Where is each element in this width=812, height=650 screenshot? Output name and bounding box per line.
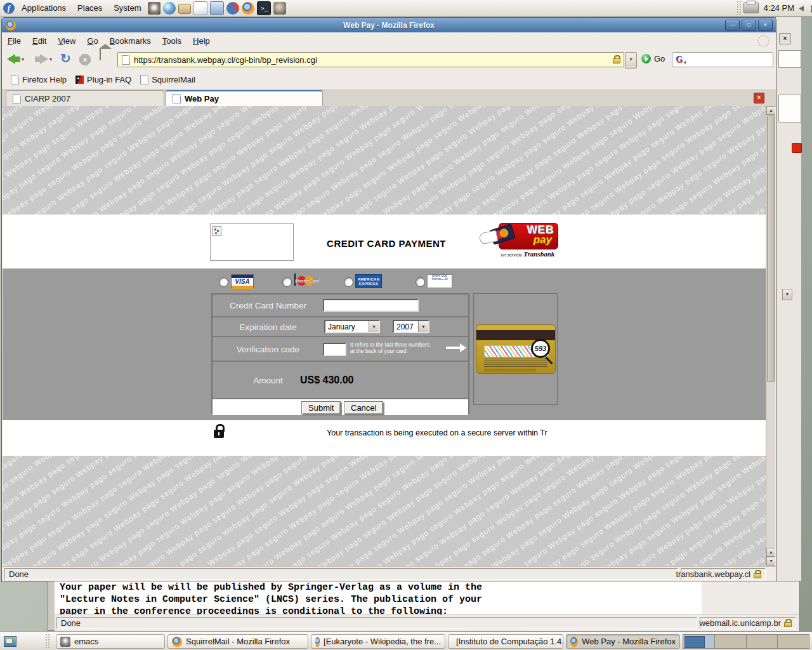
google-icon: G xyxy=(676,55,683,65)
search-input[interactable]: G ▾ xyxy=(672,52,773,67)
amount-value: US$ 430.00 xyxy=(300,375,354,386)
verification-input[interactable] xyxy=(323,343,346,356)
workspace-4[interactable] xyxy=(777,635,809,648)
fragment-close-icon[interactable]: × xyxy=(779,33,791,44)
fragment-scroll-arrow[interactable]: ▼ xyxy=(782,289,792,300)
places-menu[interactable]: Places xyxy=(72,0,108,16)
help-menu[interactable]: Help xyxy=(187,34,216,48)
amex-text-1: AMERICAN xyxy=(356,277,381,282)
bookmarks-menu[interactable]: Bookmarks xyxy=(104,34,157,48)
submit-button[interactable]: Submit xyxy=(301,401,341,415)
firefox-launcher-icon[interactable] xyxy=(242,2,254,15)
terminal-launcher-icon[interactable]: >_ xyxy=(257,1,271,15)
firefox-window-icon xyxy=(6,20,16,30)
paper-line-3: paper in the conference proceedings is c… xyxy=(55,606,702,614)
bookmark-firefox-help[interactable]: Firefox Help xyxy=(11,75,67,84)
web-browser-launcher-icon[interactable] xyxy=(163,2,176,15)
url-text[interactable]: https://transbank.webpay.cl/cgi-bin/bp_r… xyxy=(134,55,613,65)
scroll-up-button[interactable]: ▲ xyxy=(766,106,775,115)
tab-label: CIARP 2007 xyxy=(25,94,70,103)
screenshot-launcher-icon[interactable] xyxy=(210,1,224,15)
menu-bar: File Edit View Go Bookmarks Tools Help xyxy=(2,32,776,49)
workspace-switcher xyxy=(683,634,809,649)
maximize-button[interactable]: □ xyxy=(742,20,756,31)
workspace-2[interactable] xyxy=(714,635,746,648)
gimp-launcher-icon[interactable] xyxy=(273,2,286,15)
watermark-band-bottom: Webpay pago seguro Webpay pago seguro We… xyxy=(3,456,766,566)
tools-menu[interactable]: Tools xyxy=(157,34,187,48)
bottom-taskbar: emacs SquirrelMail - Mozilla Firefox [Eu… xyxy=(0,632,812,650)
webpay-logo-pay-text: pay xyxy=(534,234,552,246)
clock[interactable]: 4:24 PM xyxy=(764,3,794,13)
workspace-1[interactable] xyxy=(683,635,714,648)
stop-button[interactable]: × xyxy=(79,54,91,65)
forward-button[interactable]: ▾ xyxy=(35,54,52,64)
volume-icon[interactable] xyxy=(799,3,812,13)
close-button[interactable]: × xyxy=(758,20,773,31)
task-label: emacs xyxy=(74,637,98,646)
bookmark-plugin-faq[interactable]: Plug-in FAQ xyxy=(75,75,131,84)
minimize-button[interactable]: — xyxy=(725,20,740,31)
documents-launcher-icon[interactable] xyxy=(193,1,207,15)
go-button[interactable]: Go xyxy=(641,54,665,63)
task-instituto[interactable]: [Instituto de Computação 1.4.... xyxy=(448,634,563,649)
title-bar[interactable]: Web Pay - Mozilla Firefox — □ × xyxy=(2,18,776,33)
cancel-button[interactable]: Cancel xyxy=(344,401,383,415)
task-emacs[interactable]: emacs xyxy=(56,634,165,649)
mastercard-radio[interactable] xyxy=(282,277,292,287)
task-squirrelmail[interactable]: SquirrelMail - Mozilla Firefox xyxy=(167,634,308,649)
edit-menu[interactable]: Edit xyxy=(27,34,52,48)
close-tab-button[interactable]: × xyxy=(754,93,764,103)
visa-logo: VISA xyxy=(231,274,254,288)
applications-menu[interactable]: Applications xyxy=(16,0,72,16)
workspace-3[interactable] xyxy=(746,635,778,648)
url-bar[interactable]: https://transbank.webpay.cl/cgi-bin/bp_r… xyxy=(117,52,624,67)
back-button[interactable]: ▾ xyxy=(7,54,24,64)
amex-radio[interactable] xyxy=(344,277,353,287)
visa-radio[interactable] xyxy=(219,277,228,287)
bookmark-squirrelmail[interactable]: SquirrelMail xyxy=(140,75,195,84)
go-icon xyxy=(641,54,651,63)
gnu-launcher-icon[interactable] xyxy=(148,2,160,15)
cc-number-label: Credit Card Number xyxy=(213,301,324,310)
month-select[interactable]: January ▼ xyxy=(324,320,380,333)
fragment-red-icon[interactable] xyxy=(792,143,802,153)
tab-web-pay[interactable]: Web Pay xyxy=(166,90,323,106)
task-webpay[interactable]: Web Pay - Mozilla Firefox xyxy=(566,634,680,649)
status-site-field[interactable]: transbank.webpay.cl xyxy=(681,568,766,580)
file-menu[interactable]: File xyxy=(2,34,27,48)
vertical-scrollbar[interactable]: ▲ ▲ ▼ xyxy=(766,106,775,566)
cc-number-input[interactable] xyxy=(323,299,419,312)
url-dropdown-button[interactable]: ▾ xyxy=(625,52,637,69)
panel-separator xyxy=(737,1,742,15)
scroll-up-button-2[interactable]: ▲ xyxy=(766,548,775,557)
forward-dropdown[interactable]: ▾ xyxy=(49,56,52,62)
firefox-icon xyxy=(570,637,578,647)
show-desktop-button[interactable] xyxy=(2,634,18,649)
diners-radio[interactable] xyxy=(416,277,425,287)
scrollbar-thumb[interactable] xyxy=(767,116,775,382)
cc-number-row: Credit Card Number xyxy=(213,295,468,316)
system-menu[interactable]: System xyxy=(108,0,147,16)
scroll-down-button[interactable]: ▼ xyxy=(766,557,775,566)
task-eukaryote[interactable]: [Eukaryote - Wikipedia, the fre... xyxy=(311,634,445,649)
tab-ciarp-2007[interactable]: CIARP 2007 xyxy=(6,90,164,106)
home-button[interactable] xyxy=(100,48,101,60)
printer-status-icon[interactable] xyxy=(743,3,759,13)
year-select[interactable]: 2007 ▼ xyxy=(393,320,429,333)
reload-button[interactable]: ↻ xyxy=(60,51,71,66)
back-dropdown[interactable]: ▾ xyxy=(22,56,24,62)
view-menu[interactable]: View xyxy=(52,34,81,48)
bookmarks-toolbar: Firefox Help Plug-in FAQ SquirrelMail xyxy=(2,70,776,89)
chart-launcher-icon[interactable] xyxy=(226,2,239,15)
gold-card: 593 xyxy=(476,324,556,374)
status-site: transbank.webpay.cl xyxy=(676,569,750,579)
background-firefox-window[interactable]: Your paper will be will be published by … xyxy=(48,581,800,631)
task-label: [Instituto de Computação 1.4.... xyxy=(456,637,563,646)
email-launcher-icon[interactable] xyxy=(178,4,191,14)
search-engine-dropdown[interactable]: ▾ xyxy=(684,60,686,65)
verification-label: Verification code xyxy=(213,344,324,354)
fedora-menu-icon[interactable]: f xyxy=(3,3,15,14)
verification-row: Verification code It refers to the last … xyxy=(213,336,468,361)
header-band: CREDIT CARD PAYMENT WEB pay un servicio … xyxy=(3,215,766,269)
